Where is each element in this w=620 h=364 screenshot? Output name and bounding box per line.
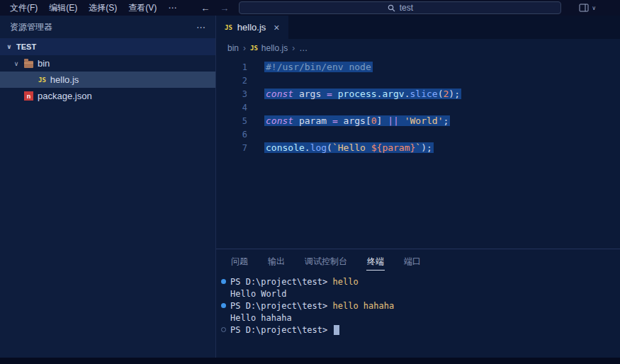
- line-number: 1: [216, 62, 247, 72]
- js-icon: JS: [225, 24, 232, 31]
- terminal-line: Hello hahaha: [216, 312, 620, 324]
- terminal-text: hello hahaha: [333, 301, 395, 311]
- command-decoration-icon: [221, 279, 226, 284]
- chevron-right-icon: ›: [292, 43, 295, 53]
- titlebar: 文件(F)编辑(E)选择(S)查看(V)⋯ ← → test ∨: [0, 0, 620, 16]
- code-highlight: const param = args[0] || 'World';: [264, 115, 450, 126]
- code-line[interactable]: 7console.log(`Hello ${param}`);: [216, 141, 620, 154]
- explorer-sidebar: 资源管理器 ⋯ ∨ TEST ∨binJShello.jsnpackage.js…: [0, 16, 216, 358]
- command-center-search[interactable]: test: [239, 1, 561, 14]
- chevron-down-icon: ∨: [13, 60, 20, 67]
- line-number: 4: [216, 103, 247, 113]
- menubar-item-edit[interactable]: 编辑(E): [43, 0, 83, 16]
- tree-item-label: bin: [38, 58, 50, 69]
- terminal-output[interactable]: PS D:\project\test> helloHello WorldPS D…: [216, 274, 620, 358]
- code-highlight: const args = process.argv.slice(2);: [264, 89, 461, 99]
- tab-hello-js[interactable]: JS hello.js ×: [216, 16, 288, 39]
- breadcrumb-label: …: [299, 43, 308, 53]
- panel-tab-output[interactable]: 输出: [267, 249, 286, 274]
- folder-icon: [24, 61, 33, 68]
- terminal-text: PS D:\project\test>: [230, 325, 333, 335]
- search-value: test: [400, 3, 413, 13]
- terminal-line: PS D:\project\test>: [216, 324, 620, 336]
- terminal-line: Hello World: [216, 288, 620, 300]
- line-number: 6: [216, 130, 247, 140]
- terminal-line: PS D:\project\test> hello: [216, 275, 620, 288]
- line-number: 3: [216, 89, 247, 99]
- section-header-test[interactable]: ∨ TEST: [0, 38, 215, 55]
- layout-button[interactable]: ∨: [579, 4, 596, 12]
- code-highlight: console.log(`Hello ${param}`);: [264, 142, 434, 153]
- terminal-text: PS D:\project\test>: [230, 277, 333, 287]
- terminal-text: PS D:\project\test>: [230, 301, 333, 311]
- nav-arrows: ← →: [201, 3, 229, 13]
- chevron-right-icon: ›: [243, 43, 246, 53]
- js-icon: JS: [250, 45, 258, 52]
- breadcrumb-label: hello.js: [261, 43, 288, 53]
- breadcrumb-item[interactable]: bin: [227, 43, 239, 53]
- code-text: console.log(`Hello ${param}`);: [264, 142, 434, 153]
- code-text: #!/usr/bin/env node: [264, 62, 373, 72]
- code-line[interactable]: 4: [216, 101, 620, 114]
- breadcrumb: bin›JShello.js›…: [216, 39, 620, 57]
- code-line[interactable]: 3const args = process.argv.slice(2);: [216, 87, 620, 101]
- tab-label: hello.js: [237, 22, 266, 33]
- npm-icon: n: [24, 91, 33, 101]
- editor-tabbar: JS hello.js ×: [216, 16, 620, 39]
- panel-tab-ports[interactable]: 端口: [403, 249, 422, 274]
- explorer-title: 资源管理器: [10, 21, 52, 33]
- panel-tab-problems[interactable]: 问题: [230, 249, 249, 274]
- line-number: 5: [216, 116, 247, 126]
- menubar-item-selection[interactable]: 选择(S): [83, 0, 123, 16]
- command-decoration-icon: [221, 327, 226, 332]
- nav-back-button[interactable]: ←: [201, 3, 210, 13]
- tree-item-bin[interactable]: ∨bin: [0, 55, 215, 72]
- status-bar: [0, 358, 620, 364]
- js-icon: JS: [38, 76, 46, 84]
- code-line[interactable]: 1#!/usr/bin/env node: [216, 60, 620, 74]
- code-text: const args = process.argv.slice(2);: [264, 89, 461, 99]
- editor-group: JS hello.js × bin›JShello.js›… 1#!/usr/b…: [216, 16, 620, 358]
- code-line[interactable]: 5const param = args[0] || 'World';: [216, 114, 620, 127]
- workbench: 资源管理器 ⋯ ∨ TEST ∨binJShello.jsnpackage.js…: [0, 16, 620, 358]
- code-text: const param = args[0] || 'World';: [264, 115, 450, 126]
- panel-tab-debug-console[interactable]: 调试控制台: [304, 249, 348, 274]
- tree-item-label: package.json: [38, 91, 92, 101]
- breadcrumb-label: bin: [227, 43, 239, 53]
- tree-item-label: hello.js: [50, 74, 79, 85]
- terminal-line: PS D:\project\test> hello hahaha: [216, 300, 620, 312]
- breadcrumb-item[interactable]: JShello.js: [250, 43, 288, 53]
- close-icon[interactable]: ×: [274, 22, 279, 33]
- file-tree: ∨binJShello.jsnpackage.json: [0, 55, 215, 104]
- panel-tabs: 问题输出调试控制台终端端口: [216, 249, 620, 274]
- tree-item-package-json[interactable]: npackage.json: [0, 88, 215, 104]
- breadcrumb-item[interactable]: …: [299, 43, 308, 53]
- panel-tab-terminal[interactable]: 终端: [366, 249, 385, 274]
- bottom-panel: 问题输出调试控制台终端端口 PS D:\project\test> helloH…: [216, 249, 620, 358]
- nav-forward-button[interactable]: →: [220, 3, 229, 13]
- code-line[interactable]: 6: [216, 127, 620, 141]
- command-decoration-icon: [221, 303, 226, 308]
- code-highlight: #!/usr/bin/env node: [264, 62, 373, 72]
- tree-item-hello-js[interactable]: JShello.js: [0, 72, 215, 88]
- menubar-item-more[interactable]: ⋯: [162, 0, 182, 16]
- layout-icon: [579, 4, 589, 12]
- section-label: TEST: [16, 42, 36, 51]
- terminal-text: hello: [333, 277, 359, 287]
- code-line[interactable]: 2: [216, 74, 620, 87]
- chevron-down-icon: ∨: [592, 5, 596, 11]
- line-number: 2: [216, 76, 247, 86]
- chevron-down-icon: ∨: [6, 43, 13, 50]
- line-number: 7: [216, 143, 247, 153]
- terminal-text: Hello hahaha: [230, 313, 292, 323]
- terminal-text: Hello World: [230, 289, 286, 299]
- menu-bar: 文件(F)编辑(E)选择(S)查看(V)⋯: [4, 0, 182, 16]
- terminal-cursor: [334, 325, 339, 335]
- code-editor[interactable]: 1#!/usr/bin/env node23const args = proce…: [216, 57, 620, 249]
- more-actions-button[interactable]: ⋯: [196, 22, 205, 33]
- menubar-item-view[interactable]: 查看(V): [123, 0, 162, 16]
- menubar-item-file[interactable]: 文件(F): [4, 0, 43, 16]
- explorer-header: 资源管理器 ⋯: [0, 16, 215, 38]
- search-icon: [388, 4, 395, 12]
